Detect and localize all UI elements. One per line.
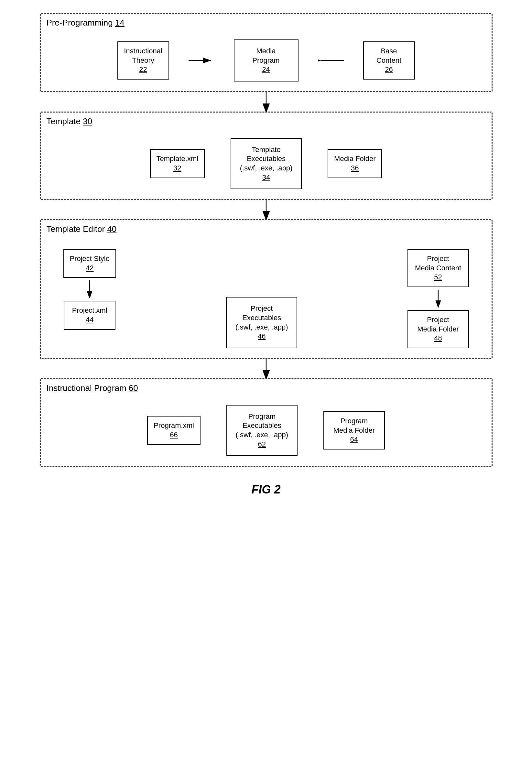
node-media-folder: Media Folder 36 bbox=[328, 149, 382, 178]
arrow-section3-to-section4 bbox=[40, 359, 493, 378]
node-template-xml: Template.xml 32 bbox=[150, 149, 205, 178]
node-base-content: Base Content 26 bbox=[363, 41, 415, 80]
section3-left-column: Project Style 42 Project.xml bbox=[63, 246, 116, 330]
arrow-base-to-media bbox=[318, 56, 344, 65]
arrow-theory-to-media bbox=[189, 56, 214, 65]
figure-label: FIG 2 bbox=[251, 483, 280, 496]
section3-label: Template Editor 40 bbox=[47, 224, 117, 234]
section2-label: Template 30 bbox=[47, 116, 92, 126]
diagram-container: Pre-Programming 14 Instructional Theory … bbox=[40, 13, 493, 496]
section4-label: Instructional Program 60 bbox=[47, 383, 138, 393]
node-project-executables: Project Executables (.swf, .exe, .app) 4… bbox=[226, 297, 297, 348]
section1-label: Pre-Programming 14 bbox=[47, 18, 125, 28]
arrow-section1-to-section2 bbox=[40, 92, 493, 112]
arrow-section2-to-section3 bbox=[40, 200, 493, 219]
section-template: Template 30 Template.xml 32 Template Exe… bbox=[40, 112, 493, 200]
node-program-xml: Program.xml 66 bbox=[147, 416, 201, 445]
node-template-executables: Template Executables (.swf, .exe, .app) … bbox=[231, 138, 302, 189]
node-project-xml: Project.xml 44 bbox=[64, 301, 115, 330]
arrow-media-content-to-folder bbox=[432, 290, 445, 308]
node-program-media-folder: Program Media Folder 64 bbox=[323, 411, 385, 449]
node-program-executables: Program Executables (.swf, .exe, .app) 6… bbox=[226, 405, 298, 456]
section3-right-column: Project Media Content 52 P bbox=[407, 246, 469, 348]
section3-center-column: Project Executables (.swf, .exe, .app) 4… bbox=[226, 297, 297, 348]
node-media-program: Media Program 24 bbox=[234, 39, 299, 81]
arrow-style-to-xml bbox=[83, 280, 96, 298]
section-instructional-program: Instructional Program 60 Program.xml 66 … bbox=[40, 378, 493, 467]
node-project-media-folder: Project Media Folder 48 bbox=[407, 310, 469, 348]
node-project-style: Project Style 42 bbox=[63, 249, 116, 278]
node-instructional-theory: Instructional Theory 22 bbox=[117, 41, 169, 80]
node-project-media-content: Project Media Content 52 bbox=[407, 249, 469, 287]
section-pre-programming: Pre-Programming 14 Instructional Theory … bbox=[40, 13, 493, 92]
section-template-editor: Template Editor 40 Project Style 42 bbox=[40, 219, 493, 359]
